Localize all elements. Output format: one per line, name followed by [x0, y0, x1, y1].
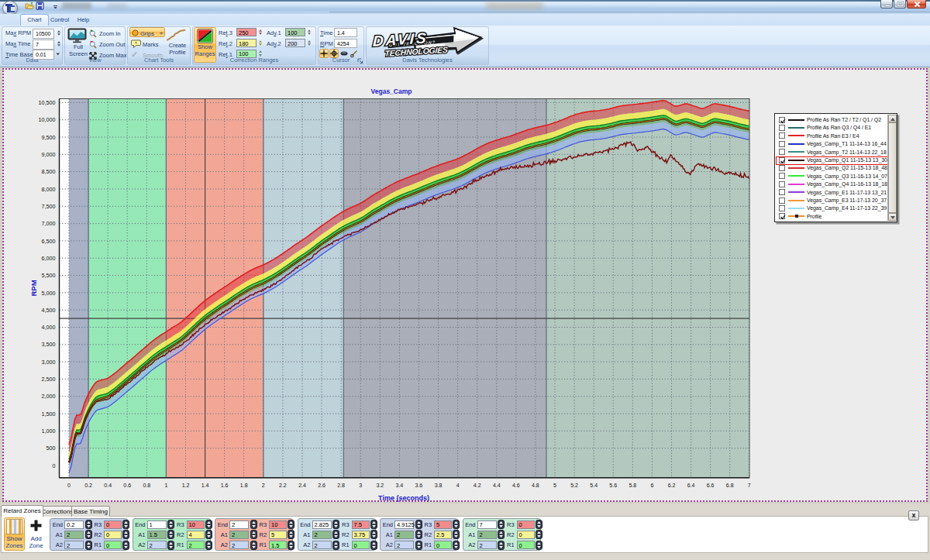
- svg-text:2,000: 2,000: [42, 393, 56, 400]
- svg-text:2.6: 2.6: [318, 483, 326, 488]
- svg-text:5.4: 5.4: [590, 483, 598, 488]
- svg-text:5.8: 5.8: [629, 483, 636, 488]
- svg-text:7,000: 7,000: [42, 220, 56, 227]
- svg-text:2.8: 2.8: [337, 483, 345, 488]
- svg-text:3.6: 3.6: [415, 483, 423, 488]
- svg-text:5: 5: [553, 483, 556, 488]
- svg-text:Time (seconds): Time (seconds): [378, 494, 429, 502]
- svg-text:3,500: 3,500: [42, 341, 56, 348]
- svg-text:3.8: 3.8: [435, 483, 443, 488]
- svg-text:6.6: 6.6: [707, 483, 715, 488]
- svg-text:0.4: 0.4: [104, 483, 112, 488]
- svg-text:4,000: 4,000: [42, 324, 56, 331]
- svg-text:3,000: 3,000: [42, 359, 56, 366]
- svg-text:4.4: 4.4: [493, 483, 501, 488]
- svg-text:9,500: 9,500: [42, 134, 56, 141]
- svg-text:1,500: 1,500: [42, 411, 56, 417]
- svg-text:0: 0: [67, 483, 71, 488]
- svg-text:9,000: 9,000: [42, 151, 56, 158]
- svg-text:4.8: 4.8: [532, 483, 539, 488]
- svg-text:6.8: 6.8: [726, 483, 734, 488]
- svg-text:8,000: 8,000: [42, 186, 56, 193]
- svg-text:6: 6: [650, 483, 653, 488]
- svg-text:Vegas_Camp: Vegas_Camp: [371, 88, 412, 95]
- svg-text:3.4: 3.4: [396, 483, 404, 488]
- svg-text:4.6: 4.6: [512, 483, 520, 488]
- svg-text:8,500: 8,500: [42, 168, 56, 175]
- svg-text:7,500: 7,500: [42, 203, 56, 210]
- svg-text:1,000: 1,000: [42, 428, 56, 435]
- svg-text:1.4: 1.4: [202, 483, 209, 488]
- svg-text:2: 2: [262, 483, 265, 488]
- svg-text:4.2: 4.2: [474, 483, 481, 488]
- svg-text:6.2: 6.2: [668, 483, 676, 488]
- svg-text:10,000: 10,000: [39, 116, 56, 123]
- svg-text:3.2: 3.2: [376, 483, 384, 488]
- svg-text:5,500: 5,500: [42, 272, 56, 279]
- svg-text:3: 3: [359, 483, 362, 488]
- svg-text:6.4: 6.4: [687, 483, 695, 488]
- svg-text:0.6: 0.6: [123, 483, 131, 488]
- svg-text:2.4: 2.4: [298, 483, 306, 488]
- svg-text:2.2: 2.2: [279, 483, 287, 488]
- svg-text:10,500: 10,500: [39, 99, 56, 106]
- svg-text:6,000: 6,000: [42, 255, 56, 262]
- svg-text:4: 4: [456, 483, 460, 488]
- svg-text:500: 500: [46, 445, 56, 452]
- svg-text:0.2: 0.2: [84, 483, 92, 488]
- svg-text:0.8: 0.8: [143, 483, 150, 488]
- svg-text:0: 0: [53, 462, 56, 469]
- svg-text:1.2: 1.2: [182, 483, 190, 488]
- svg-text:1: 1: [164, 483, 167, 488]
- svg-text:5,000: 5,000: [42, 290, 56, 297]
- svg-text:6,500: 6,500: [42, 238, 56, 245]
- svg-text:1.8: 1.8: [240, 483, 248, 488]
- svg-text:5.2: 5.2: [570, 483, 578, 488]
- svg-text:RPM: RPM: [29, 280, 38, 296]
- svg-text:5.6: 5.6: [609, 483, 617, 488]
- svg-text:2,500: 2,500: [42, 376, 56, 383]
- svg-text:4,500: 4,500: [42, 307, 56, 314]
- svg-text:1.6: 1.6: [221, 483, 229, 488]
- svg-text:7: 7: [748, 483, 751, 488]
